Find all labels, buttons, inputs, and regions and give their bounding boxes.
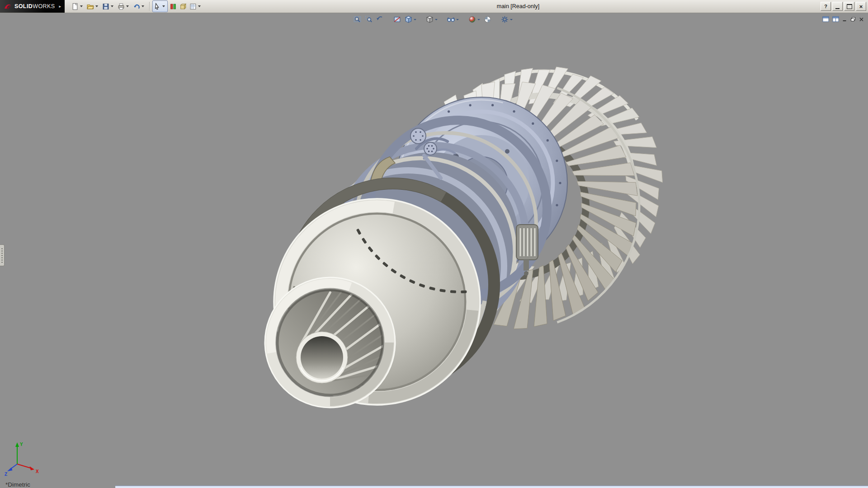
graphics-area[interactable]: Y X Z *Dimetric (0, 13, 868, 488)
window-title: main [Read-only] (497, 3, 540, 9)
brand-expand-arrow-icon[interactable]: ▸ (59, 4, 61, 9)
options-dropdown-arrow[interactable] (198, 5, 201, 7)
edit-appearance-button[interactable] (467, 15, 481, 24)
edit-appearance-ball-icon (468, 15, 476, 23)
help-button[interactable]: ? (821, 2, 831, 11)
minimize-icon (835, 8, 840, 9)
view-orientation-label: *Dimetric (5, 481, 30, 488)
save-button[interactable] (101, 1, 116, 12)
hide-show-dropdown-arrow[interactable] (456, 19, 459, 20)
rebuild-icon (169, 3, 177, 10)
view-orientation-cube-icon (404, 15, 413, 23)
print-icon (117, 3, 125, 10)
document-restore-icon[interactable] (850, 17, 856, 22)
new-document-icon (71, 3, 79, 10)
close-icon: × (859, 4, 863, 9)
previous-view-icon (376, 15, 384, 23)
triad-x-label: X (36, 469, 39, 474)
brand-light: WORKS (33, 3, 55, 9)
print-dropdown-arrow[interactable] (126, 5, 129, 7)
engine-3d-render (0, 13, 868, 488)
panel-splitter-handle[interactable] (0, 244, 5, 266)
edit-color-button[interactable] (179, 1, 188, 12)
apply-scene-checkered-ball-icon (483, 15, 492, 23)
view-orientation-button[interactable] (403, 15, 418, 24)
zoom-to-fit-icon (353, 15, 362, 23)
display-style-dropdown-arrow[interactable] (435, 19, 438, 20)
heads-up-view-toolbar (352, 15, 514, 24)
triad-x-axis (17, 464, 31, 468)
new-button[interactable] (71, 1, 85, 12)
dassault-ds-logo-icon (4, 3, 12, 10)
previous-view-button[interactable] (375, 15, 385, 24)
section-view-icon (393, 15, 401, 23)
section-view-button[interactable] (392, 15, 402, 24)
title-bar: SOLIDWORKS ▸ (0, 0, 868, 13)
color-cube-icon (179, 3, 187, 10)
new-dropdown-arrow[interactable] (80, 5, 83, 7)
triad-y-label: Y (20, 442, 23, 447)
display-style-cube-icon (425, 15, 434, 23)
pane-left-icon[interactable] (822, 16, 829, 22)
brand-name: SOLIDWORKS (14, 3, 55, 9)
hide-show-items-button[interactable] (446, 15, 460, 24)
reference-triad: Y X Z (4, 439, 42, 478)
undo-dropdown-arrow[interactable] (142, 5, 144, 7)
pane-split-icon[interactable] (832, 16, 839, 22)
save-dropdown-arrow[interactable] (111, 5, 113, 7)
toolbar-separator (149, 2, 150, 11)
undo-button[interactable] (132, 1, 146, 12)
select-dropdown-arrow[interactable] (162, 5, 165, 7)
triad-y-arrow-icon (15, 442, 19, 447)
open-dropdown-arrow[interactable] (95, 5, 98, 7)
document-close-icon[interactable] (859, 17, 864, 22)
triad-x-arrow-icon (30, 466, 35, 470)
edit-appearance-dropdown-arrow[interactable] (477, 19, 480, 20)
brand-bold: SOLID (14, 3, 33, 9)
zoom-to-fit-button[interactable] (352, 15, 363, 24)
window-controls: ? × (821, 2, 866, 11)
maximize-icon (847, 4, 852, 9)
select-cursor-icon (153, 3, 161, 10)
splitter-grip-dots-icon (1, 248, 3, 263)
hide-show-glasses-icon (447, 15, 455, 23)
solidworks-window: SOLIDWORKS ▸ (0, 0, 868, 488)
standard-toolbar (70, 0, 203, 12)
status-strip (115, 486, 868, 488)
options-button[interactable] (189, 1, 203, 12)
close-button[interactable]: × (856, 2, 866, 11)
document-window-controls (822, 16, 864, 22)
apply-scene-button[interactable] (482, 15, 493, 24)
save-floppy-icon (102, 3, 110, 10)
print-button[interactable] (117, 1, 131, 12)
triad-z-label: Z (5, 472, 7, 477)
display-style-button[interactable] (425, 15, 439, 24)
options-sheet-icon (189, 3, 197, 10)
view-settings-dropdown-arrow[interactable] (510, 19, 513, 20)
rebuild-button[interactable] (169, 1, 178, 12)
minimize-button[interactable] (832, 2, 843, 11)
undo-arrow-icon (132, 3, 141, 10)
document-minimize-icon[interactable] (842, 17, 847, 22)
select-button[interactable] (152, 0, 168, 12)
view-settings-button[interactable] (500, 15, 514, 24)
zoom-to-area-button[interactable] (363, 15, 374, 24)
view-settings-gear-icon (500, 15, 509, 23)
open-folder-icon (86, 3, 94, 10)
solidworks-brand[interactable]: SOLIDWORKS ▸ (0, 0, 65, 13)
zoom-to-area-icon (364, 15, 373, 23)
open-button[interactable] (86, 1, 100, 12)
view-orientation-dropdown-arrow[interactable] (414, 19, 416, 20)
maximize-button[interactable] (844, 2, 854, 11)
